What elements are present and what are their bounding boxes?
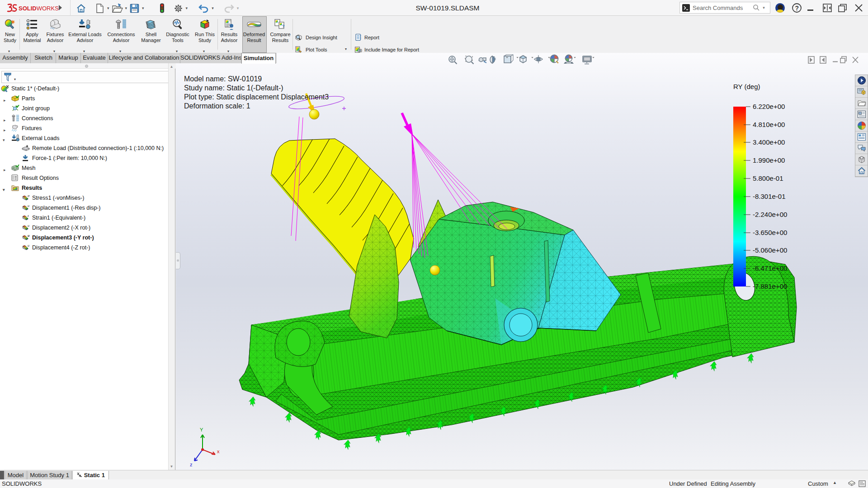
- svg-text:u: u: [28, 224, 29, 227]
- svg-text:ε: ε: [28, 214, 29, 217]
- svg-text:?: ?: [282, 24, 285, 28]
- svg-text:z: z: [190, 462, 193, 467]
- svg-text:σ: σ: [28, 194, 30, 197]
- svg-text:RY (deg): RY (deg): [733, 83, 760, 90]
- svg-text:-3.650e+00: -3.650e+00: [753, 229, 787, 236]
- svg-text:u: u: [28, 244, 29, 247]
- svg-text:-5.060e+00: -5.060e+00: [753, 246, 787, 254]
- svg-text:u: u: [28, 234, 30, 237]
- svg-text:3.400e+00: 3.400e+00: [753, 138, 785, 146]
- svg-text:u: u: [28, 204, 29, 207]
- svg-text:-2.240e+00: -2.240e+00: [753, 211, 787, 218]
- svg-text:5.800e-01: 5.800e-01: [753, 174, 783, 182]
- svg-text:6.220e+00: 6.220e+00: [753, 103, 785, 110]
- svg-text:Y: Y: [200, 427, 203, 432]
- svg-text:-6.471e+00: -6.471e+00: [753, 264, 787, 272]
- svg-text:1.990e+00: 1.990e+00: [753, 156, 785, 164]
- svg-text:x: x: [217, 449, 220, 454]
- svg-text:-7.881e+00: -7.881e+00: [753, 282, 787, 290]
- svg-text:?: ?: [795, 5, 799, 12]
- svg-text:-8.301e-01: -8.301e-01: [753, 192, 786, 200]
- svg-text:4.810e+00: 4.810e+00: [753, 121, 785, 128]
